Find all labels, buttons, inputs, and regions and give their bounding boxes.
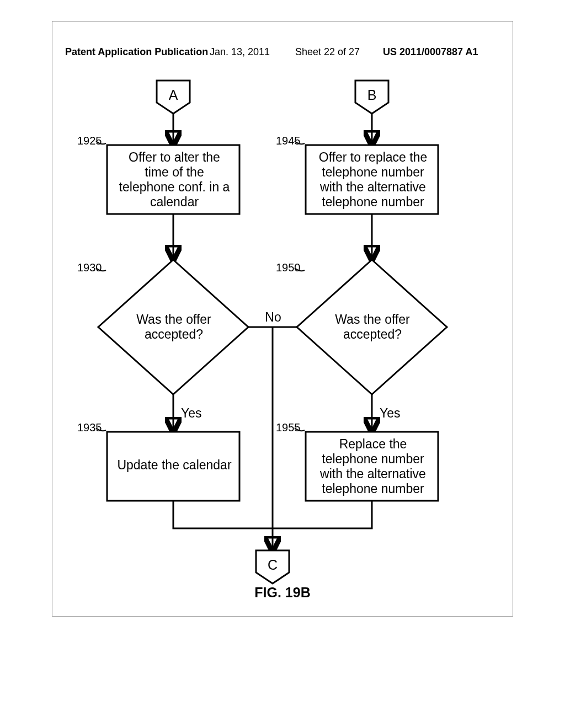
page: Patent Application Publication Jan. 13, … [0, 0, 565, 728]
decision-1950-text: Was the offer accepted? [315, 312, 430, 342]
connector-c: C [265, 557, 280, 574]
decision-1930-text: Was the offer accepted? [116, 312, 232, 342]
box-1955-text: Replace the telephone number with the al… [308, 437, 438, 497]
ref-1930: 1930 [77, 261, 102, 274]
connector-a: A [166, 87, 181, 104]
ref-1925: 1925 [77, 135, 102, 147]
edge-yes-left: Yes [181, 406, 214, 421]
edge-no: No [258, 310, 288, 325]
ref-1935: 1935 [77, 421, 102, 434]
box-1925-text: Offer to alter the time of the telephone… [109, 150, 239, 210]
connector-b: B [364, 87, 380, 104]
box-1945-text: Offer to replace the telephone number wi… [308, 150, 438, 210]
box-1935-text: Update the calendar [109, 458, 239, 473]
ref-1955: 1955 [276, 421, 301, 434]
ref-1945: 1945 [276, 135, 301, 147]
ref-1950: 1950 [276, 261, 301, 274]
edge-yes-right: Yes [380, 406, 413, 421]
figure-caption: FIG. 19B [0, 585, 565, 601]
